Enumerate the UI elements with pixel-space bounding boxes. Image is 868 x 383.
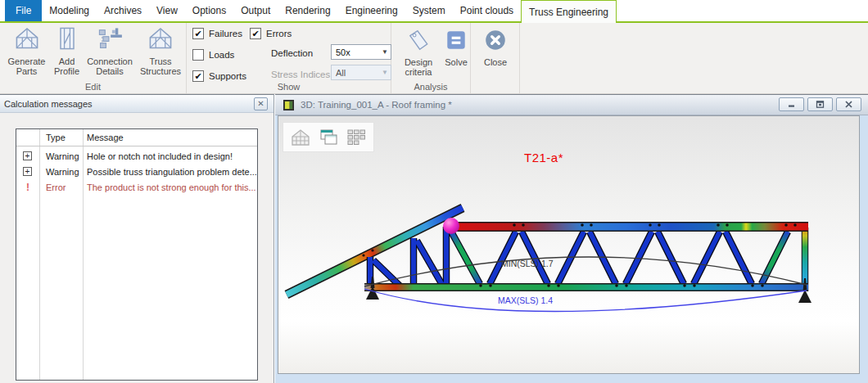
close-icon [844,101,853,108]
truss-structures-label: Truss Structures [135,56,186,76]
menu-tab-system[interactable]: System [405,0,453,21]
loads-checkbox[interactable]: Loads [192,48,234,61]
errors-label: Errors [266,29,292,38]
restore-icon [816,101,825,108]
app-window: { "menu": { "tabs": [ {"label": "File"},… [0,0,868,383]
panel-close-button[interactable]: ✕ [254,97,268,110]
menu-tab-archives[interactable]: Archives [97,0,149,21]
chevron-down-icon: ▼ [378,69,391,76]
message-text: Possible truss triangulation problem det… [87,167,257,177]
message-type: Error [46,182,66,192]
loads-label: Loads [209,50,234,60]
cascade-windows-button[interactable] [314,124,342,151]
menu-bar: File Modeling Archives View Options Outp… [0,0,868,23]
close-circle-icon [483,28,508,56]
message-text: The product is not strong enough for thi… [87,182,256,192]
menu-tab-truss-engineering[interactable]: Truss Engineering [521,0,617,23]
deflection-value: 50x [336,47,350,57]
menu-tab-file[interactable]: File [5,0,42,21]
view-title: 3D: Training_001_A - Roof framing * [301,100,452,110]
message-list: Type Message + Warning Hole or notch not… [16,128,258,381]
menu-tab-view[interactable]: View [149,0,185,21]
generate-parts-button[interactable]: Generate Parts [4,23,49,76]
add-profile-label: Add Profile [49,56,84,76]
checkbox-check-icon: ✔ [192,70,204,82]
failures-label: Failures [209,29,242,38]
failures-checkbox[interactable]: ✔ Failures [192,27,242,40]
menu-tab-output[interactable]: Output [233,0,278,21]
message-row-error[interactable]: ! Error The product is not strong enough… [16,180,257,196]
truss-name-label[interactable]: T21-a* [524,151,563,164]
menu-tab-options[interactable]: Options [185,0,233,21]
analysis-group-label: Analysis [391,82,470,92]
message-row-warning-1[interactable]: + Warning Hole or notch not included in … [16,149,257,164]
view-toolbar [283,122,374,152]
menu-tab-engineering[interactable]: Engineering [338,0,405,21]
restore-button[interactable] [807,97,833,111]
solve-label: Solve [445,57,468,67]
equals-icon [444,28,468,56]
chevron-down-icon: ▼ [378,48,391,56]
deflection-max-curve [364,289,807,312]
design-criteria-button[interactable]: Design criteria [396,25,441,77]
truss-web-members[interactable] [370,227,805,291]
expand-icon[interactable]: + [23,167,32,176]
menu-tab-rendering[interactable]: Rendering [278,0,337,21]
supports-checkbox[interactable]: ✔ Supports [192,70,246,83]
error-exclamation-icon: ! [26,182,29,193]
view-titlebar[interactable]: 3D: Training_001_A - Roof framing * [275,95,868,115]
model-view-button[interactable] [287,124,314,151]
ribbon-group-close: Close [471,23,520,93]
supports-label: Supports [209,71,246,81]
add-profile-button[interactable]: Add Profile [49,23,84,76]
panel-titlebar: Calculation messages ✕ [0,95,274,113]
stress-indices-dropdown[interactable]: All ▼ [331,65,391,80]
view-window-icon [283,100,294,110]
tag-icon [406,28,431,56]
message-table-header: Type Message [16,129,257,146]
edit-group-label: Edit [0,82,186,92]
deflection-dropdown[interactable]: 50x ▼ [331,44,391,60]
checkbox-check-icon: ✔ [192,28,204,39]
connection-details-button[interactable]: Connection Details [84,23,135,76]
ribbon: Generate Parts Add Profile [0,23,868,94]
connection-details-label: Connection Details [84,56,135,76]
ribbon-group-analysis: Design criteria Solve Analysis [391,23,471,93]
checkbox-empty-icon [192,49,204,61]
minimize-button[interactable] [779,97,804,111]
cascade-windows-icon [318,127,339,148]
ribbon-group-edit: Generate Parts Add Profile [0,23,187,93]
profile-icon [54,25,80,55]
menu-tab-point-clouds[interactable]: Point clouds [453,0,521,21]
truss-house-icon [147,25,174,55]
type-column-header[interactable]: Type [46,133,66,142]
design-criteria-label: Design criteria [396,57,441,77]
message-column-header[interactable]: Message [87,133,124,142]
truss-drawing: MIN(SLS) 1.7 MAX(SLS) 1.4 [278,116,861,375]
expand-icon[interactable]: + [23,151,32,160]
solve-button[interactable]: Solve [442,25,470,67]
min-sls-label: MIN(SLS) 1.7 [501,259,554,268]
message-row-warning-2[interactable]: + Warning Possible truss triangulation p… [16,164,257,180]
close-label: Close [484,57,507,67]
close-window-button[interactable] [836,97,861,111]
stress-indices-value: All [336,68,346,78]
3d-view-window: 3D: Training_001_A - Roof framing * [275,94,868,383]
calculation-messages-panel: Calculation messages ✕ Type Message + Wa… [0,94,274,383]
panel-title: Calculation messages [4,99,93,109]
max-sls-label: MAX(SLS) 1.4 [498,295,553,305]
message-type: Warning [46,167,79,177]
3d-viewport[interactable]: T21-a* [278,115,860,374]
menu-tab-modeling[interactable]: Modeling [42,0,97,21]
truss-structures-button[interactable]: Truss Structures [135,23,186,76]
minimize-icon [787,101,796,108]
errors-checkbox[interactable]: ✔ Errors [250,27,292,40]
close-analysis-button[interactable]: Close [476,25,515,67]
generate-parts-label: Generate Parts [4,56,49,76]
stress-indices-label: Stress Indices [271,70,330,79]
truss-rafter[interactable] [287,208,463,295]
message-text: Hole or notch not included in design! [87,151,233,161]
house-icon [290,127,311,148]
grid-views-button[interactable] [342,124,370,151]
selected-node-sphere[interactable] [443,218,459,234]
